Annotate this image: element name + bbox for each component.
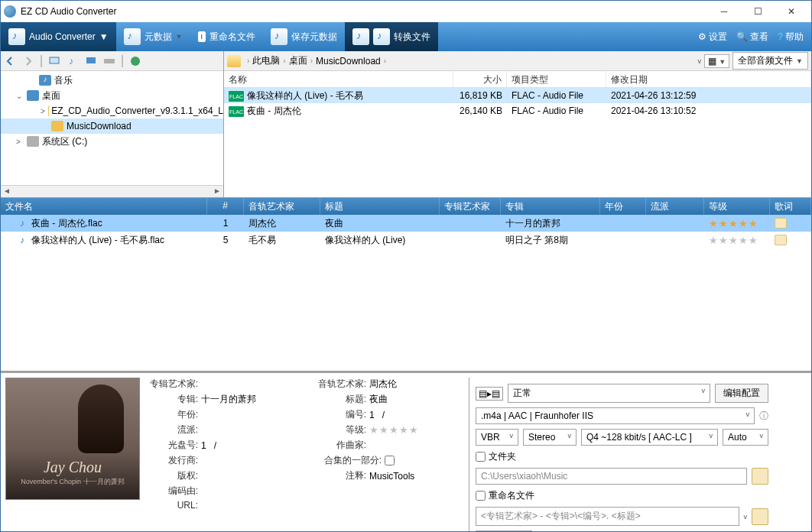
file-filter-dropdown[interactable]: 全部音频文件▼ — [732, 52, 808, 70]
tree-item[interactable]: MusicDownload — [1, 118, 223, 134]
view-mode-button[interactable]: ▦ ▼ — [704, 54, 729, 68]
metadata-icon — [124, 28, 141, 45]
metadata-label: 元数据 — [145, 31, 172, 44]
lyrics-button[interactable] — [775, 218, 787, 229]
scroll-right-icon[interactable]: ► — [211, 186, 223, 197]
forward-icon[interactable] — [22, 55, 34, 67]
insert-mode-dropdown[interactable]: 正常v — [508, 384, 710, 403]
chevron-down-icon[interactable]: v — [744, 513, 748, 521]
auto-dropdown[interactable]: Autov — [723, 429, 768, 446]
val-track-no[interactable]: 1 / — [369, 410, 461, 420]
folder-checkbox[interactable] — [476, 452, 486, 462]
metadata-button[interactable]: 元数据 ▼ — [116, 22, 190, 51]
col-type[interactable]: 项目类型 — [507, 71, 606, 87]
lbl-album-artist: 专辑艺术家: — [148, 378, 201, 391]
rename-checkbox[interactable] — [476, 491, 486, 501]
file-type: FLAC - Audio File — [507, 90, 606, 101]
search-icon: 🔍 — [736, 31, 748, 42]
folder-tree-panel: ♪ ♪音乐⌄桌面>EZ_CD_Audio_Converter_v9.3.1.1_… — [1, 51, 224, 197]
qcol-album[interactable]: 专辑 — [501, 198, 600, 215]
tree-toolbar: ♪ — [1, 51, 223, 71]
val-title[interactable]: 夜曲 — [369, 393, 461, 406]
breadcrumb-item[interactable]: MusicDownload — [314, 56, 382, 66]
val-album[interactable]: 十一月的萧邦 — [201, 393, 293, 406]
tree-scrollbar[interactable]: ◄ ► — [1, 185, 223, 197]
save-metadata-button[interactable]: 保存元数据 — [263, 22, 345, 51]
desktop-icon[interactable] — [85, 55, 97, 67]
format-dropdown[interactable]: .m4a | AAC | Fraunhofer IISv — [476, 407, 755, 424]
monitor-icon[interactable] — [48, 55, 60, 67]
val-rating[interactable]: ★★★★★ — [369, 424, 418, 436]
minimize-button[interactable]: ─ — [707, 1, 741, 22]
file-type: FLAC - Audio File — [507, 105, 606, 116]
qcol-title[interactable]: 标题 — [320, 198, 440, 215]
col-size[interactable]: 大小 — [453, 71, 507, 87]
lbl-comment: 注释: — [316, 469, 369, 482]
tree-arrow-icon: > — [16, 138, 24, 146]
edit-pattern-button[interactable] — [752, 508, 768, 525]
breadcrumb-item[interactable]: 此电脑 — [251, 54, 281, 67]
qcol-genre[interactable]: 流派 — [646, 198, 704, 215]
rating-stars[interactable]: ★★★★★ — [709, 235, 765, 246]
rename-button[interactable]: I 重命名文件 — [190, 22, 264, 51]
qcol-artist[interactable]: 音轨艺术家 — [244, 198, 320, 215]
rating-stars[interactable]: ★★★★★ — [709, 218, 765, 229]
mode-dropdown[interactable]: VBRv — [476, 429, 518, 446]
convert-label: 转换文件 — [394, 31, 430, 44]
back-icon[interactable] — [4, 55, 16, 67]
qcol-album-artist[interactable]: 专辑艺术家 — [440, 198, 501, 215]
close-button[interactable]: ✕ — [775, 1, 808, 22]
qcol-filename[interactable]: 文件名 — [1, 198, 207, 215]
qcol-num[interactable]: # — [207, 198, 244, 215]
qcol-rating[interactable]: 等级 — [704, 198, 770, 215]
edit-config-button[interactable]: 编辑配置 — [715, 384, 768, 403]
music-folder-icon[interactable]: ♪ — [67, 55, 79, 67]
scroll-left-icon[interactable]: ◄ — [1, 186, 13, 197]
lbl-title: 标题: — [316, 393, 369, 406]
auto-label: Auto — [728, 432, 747, 443]
tree-item[interactable]: ⌄桌面 — [1, 88, 223, 103]
val-track-artist[interactable]: 周杰伦 — [369, 378, 461, 391]
val-comment[interactable]: MusicTools — [369, 471, 461, 482]
globe-icon[interactable] — [129, 55, 141, 67]
queue-row[interactable]: ♪夜曲 - 周杰伦.flac1周杰伦夜曲十一月的萧邦★★★★★ — [1, 215, 811, 232]
tree-arrow-icon: ⌄ — [16, 92, 24, 100]
file-row[interactable]: FLAC像我这样的人 (Live) - 毛不易16,819 KBFLAC - A… — [224, 88, 811, 103]
qcol-lyrics[interactable]: 歌词 — [770, 198, 811, 215]
queue-album: 明日之子 第8期 — [501, 234, 600, 247]
settings-button[interactable]: ⚙设置 — [698, 31, 727, 44]
bitrate-dropdown[interactable]: Q4 ~128 kbit/s [ AAC-LC ]v — [581, 429, 718, 446]
col-name[interactable]: 名称 — [224, 71, 453, 87]
drive-icon[interactable] — [103, 55, 115, 67]
folder-check-label: 文件夹 — [489, 450, 516, 463]
tree-item[interactable]: ♪音乐 — [1, 73, 223, 88]
lyrics-button[interactable] — [775, 235, 787, 245]
info-icon[interactable]: ⓘ — [759, 410, 768, 423]
col-date[interactable]: 修改日期 — [606, 71, 811, 87]
view-button[interactable]: 🔍查看 — [736, 31, 768, 44]
mode-label: VBR — [481, 432, 500, 443]
help-button[interactable]: ?帮助 — [778, 31, 804, 44]
tree-item[interactable]: >EZ_CD_Audio_Converter_v9.3.1.1_x64_L — [1, 103, 223, 118]
queue-row[interactable]: ♪像我这样的人 (Live) - 毛不易.flac5毛不易像我这样的人 (Liv… — [1, 232, 811, 248]
queue-title: 像我这样的人 (Live) — [320, 234, 440, 247]
options-button[interactable]: 选项 (2) » — [476, 530, 532, 531]
val-compilation[interactable] — [385, 456, 395, 466]
qcol-year[interactable]: 年份 — [600, 198, 646, 215]
tree-item[interactable]: >系统区 (C:) — [1, 134, 223, 149]
browse-folder-button[interactable] — [752, 468, 768, 485]
file-name: 像我这样的人 (Live) - 毛不易 — [247, 90, 363, 101]
file-row[interactable]: FLAC夜曲 - 周杰伦26,140 KBFLAC - Audio File20… — [224, 103, 811, 118]
channels-dropdown[interactable]: Stereov — [523, 429, 577, 446]
convert-button[interactable]: 转换文件 — [345, 22, 438, 51]
queue-num: 1 — [207, 218, 244, 229]
maximize-button[interactable]: ☐ — [741, 1, 775, 22]
lbl-copyright: 版权: — [148, 469, 201, 482]
val-disc[interactable]: 1 / — [201, 440, 293, 451]
breadcrumb-item[interactable]: 桌面 — [287, 54, 309, 67]
chevron-down-icon[interactable]: v — [698, 57, 702, 65]
audio-converter-button[interactable]: Audio Converter ▼ — [1, 22, 116, 51]
album-cover[interactable]: Jay Chou November's Chopin 十一月的萧邦 — [5, 378, 140, 500]
folder-path-input[interactable]: C:\Users\xiaoh\Music — [476, 468, 747, 485]
rename-pattern-input[interactable]: <专辑艺术家> - <专辑>\<编号>. <标题> — [476, 507, 739, 526]
